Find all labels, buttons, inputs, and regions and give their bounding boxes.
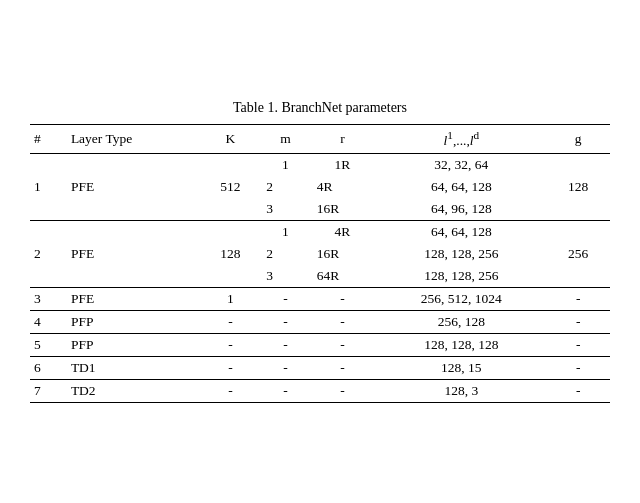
cell-r: - (309, 379, 377, 402)
cell-layer-type: TD1 (63, 356, 199, 379)
table-title: Table 1. BranchNet parameters (30, 100, 610, 116)
cell-l: 128, 15 (376, 356, 546, 379)
cell-num: 5 (30, 333, 63, 356)
cell-l: 128, 128, 128 (376, 333, 546, 356)
cell-m: 3 (262, 198, 309, 221)
cell-layer-type: PFP (63, 333, 199, 356)
cell-l: 256, 512, 1024 (376, 287, 546, 310)
cell-l: 32, 32, 64 (376, 153, 546, 176)
cell-r: - (309, 333, 377, 356)
cell-g: 256 (546, 220, 610, 287)
cell-m: 1 (262, 153, 309, 176)
header-row: # Layer Type K m r l1,...,ld g (30, 125, 610, 154)
cell-g: - (546, 379, 610, 402)
cell-r: 64R (309, 265, 377, 288)
cell-num: 1 (30, 153, 63, 220)
cell-k: - (199, 356, 263, 379)
cell-l: 128, 128, 256 (376, 265, 546, 288)
cell-m: - (262, 379, 309, 402)
cell-r: 4R (309, 176, 377, 198)
cell-r: 16R (309, 243, 377, 265)
cell-k: 128 (199, 220, 263, 287)
col-header-r: r (309, 125, 377, 154)
table-row: 3 PFE 1 - - 256, 512, 1024 - (30, 287, 610, 310)
cell-num: 6 (30, 356, 63, 379)
col-header-k: K (199, 125, 263, 154)
cell-num: 4 (30, 310, 63, 333)
cell-l: 64, 96, 128 (376, 198, 546, 221)
cell-layer-type: PFP (63, 310, 199, 333)
cell-m: - (262, 310, 309, 333)
cell-k: - (199, 310, 263, 333)
cell-g: - (546, 310, 610, 333)
col-header-layer-type: Layer Type (63, 125, 199, 154)
cell-m: - (262, 356, 309, 379)
cell-g: - (546, 333, 610, 356)
cell-k: 1 (199, 287, 263, 310)
col-header-l: l1,...,ld (376, 125, 546, 154)
cell-g: - (546, 356, 610, 379)
cell-layer-type: PFE (63, 287, 199, 310)
cell-k: - (199, 333, 263, 356)
table-row: 5 PFP - - - 128, 128, 128 - (30, 333, 610, 356)
cell-r: 4R (309, 220, 377, 243)
table-row: 4 PFP - - - 256, 128 - (30, 310, 610, 333)
cell-m: 2 (262, 243, 309, 265)
table-container: Table 1. BranchNet parameters # Layer Ty… (30, 100, 610, 403)
cell-r: - (309, 356, 377, 379)
cell-layer-type: PFE (63, 153, 199, 220)
cell-k: - (199, 379, 263, 402)
cell-r: - (309, 287, 377, 310)
table-row: 7 TD2 - - - 128, 3 - (30, 379, 610, 402)
cell-m: - (262, 333, 309, 356)
cell-r: - (309, 310, 377, 333)
col-header-g: g (546, 125, 610, 154)
cell-layer-type: PFE (63, 220, 199, 287)
parameters-table: # Layer Type K m r l1,...,ld g 1 PFE 512… (30, 124, 610, 403)
table-row: 1 PFE 512 1 1R 32, 32, 64 128 (30, 153, 610, 176)
cell-l: 256, 128 (376, 310, 546, 333)
col-header-m: m (262, 125, 309, 154)
cell-l: 64, 64, 128 (376, 220, 546, 243)
cell-layer-type: TD2 (63, 379, 199, 402)
cell-num: 3 (30, 287, 63, 310)
table-row: 6 TD1 - - - 128, 15 - (30, 356, 610, 379)
cell-m: 2 (262, 176, 309, 198)
cell-g: 128 (546, 153, 610, 220)
cell-m: 1 (262, 220, 309, 243)
cell-r: 1R (309, 153, 377, 176)
cell-l: 128, 128, 256 (376, 243, 546, 265)
cell-k: 512 (199, 153, 263, 220)
table-row: 2 PFE 128 1 4R 64, 64, 128 256 (30, 220, 610, 243)
cell-l: 64, 64, 128 (376, 176, 546, 198)
cell-num: 7 (30, 379, 63, 402)
cell-m: - (262, 287, 309, 310)
cell-g: - (546, 287, 610, 310)
cell-num: 2 (30, 220, 63, 287)
cell-m: 3 (262, 265, 309, 288)
cell-l: 128, 3 (376, 379, 546, 402)
col-header-num: # (30, 125, 63, 154)
cell-r: 16R (309, 198, 377, 221)
